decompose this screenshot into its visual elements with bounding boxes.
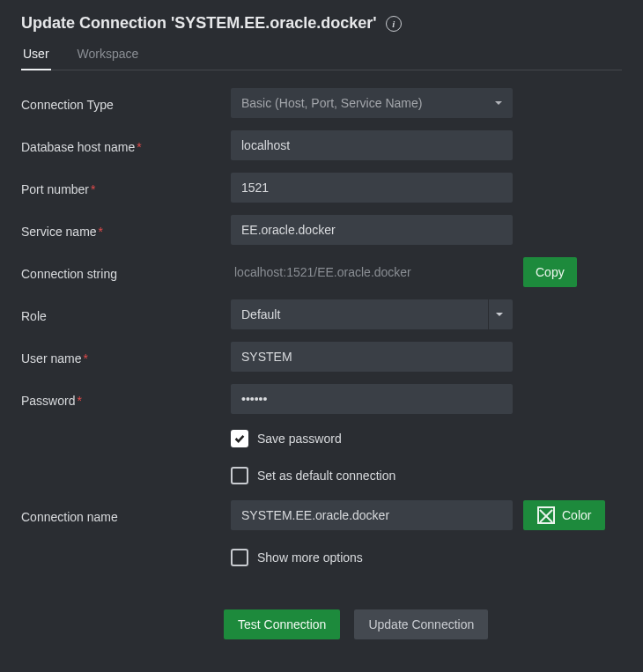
tab-workspace[interactable]: Workspace xyxy=(76,41,141,70)
save-password-checkbox[interactable] xyxy=(231,430,248,447)
copy-button[interactable]: Copy xyxy=(523,257,577,287)
required-mark: * xyxy=(83,351,87,366)
role-value: Default xyxy=(241,307,280,321)
dialog-root: Update Connection 'SYSTEM.EE.oracle.dock… xyxy=(0,0,643,661)
service-input[interactable] xyxy=(231,215,513,245)
chevron-down-icon xyxy=(488,299,509,329)
actions: Test Connection Update Connection xyxy=(21,609,622,639)
tab-user[interactable]: User xyxy=(21,41,51,70)
label-password: Password* xyxy=(21,390,224,408)
update-connection-button[interactable]: Update Connection xyxy=(354,609,488,639)
row-user: User name* xyxy=(21,342,622,372)
row-conn-name: Connection name Color xyxy=(21,500,622,530)
row-password: Password* xyxy=(21,384,622,414)
tabs: User Workspace xyxy=(21,41,622,70)
label-connection-type: Connection Type xyxy=(21,94,224,112)
chevron-down-icon xyxy=(488,88,509,118)
label-host: Database host name* xyxy=(21,137,224,154)
label-conn-string: Connection string xyxy=(21,263,224,281)
connection-type-value: Basic (Host, Port, Service Name) xyxy=(241,96,422,110)
row-service: Service name* xyxy=(21,215,622,245)
label-port: Port number* xyxy=(21,179,224,196)
label-user: User name* xyxy=(21,348,224,366)
row-port: Port number* xyxy=(21,173,622,203)
default-conn-checkbox[interactable] xyxy=(231,467,248,484)
connection-type-select[interactable]: Basic (Host, Port, Service Name) xyxy=(231,88,513,118)
test-connection-button[interactable]: Test Connection xyxy=(224,609,340,639)
dialog-title: Update Connection 'SYSTEM.EE.oracle.dock… xyxy=(21,14,377,33)
row-show-more: Show more options xyxy=(21,543,622,572)
save-password-row: Save password xyxy=(231,426,622,451)
row-connection-type: Connection Type Basic (Host, Port, Servi… xyxy=(21,88,622,118)
show-more-checkbox[interactable] xyxy=(231,549,248,566)
default-conn-label: Set as default connection xyxy=(257,469,395,483)
row-save-pw: Save password Set as default connection xyxy=(21,426,622,488)
role-select[interactable]: Default xyxy=(231,299,513,329)
info-icon[interactable]: i xyxy=(386,16,402,32)
row-role: Role Default xyxy=(21,299,622,329)
row-conn-string: Connection string localhost:1521/EE.orac… xyxy=(21,257,622,287)
form: Connection Type Basic (Host, Port, Servi… xyxy=(21,88,622,639)
save-password-label: Save password xyxy=(257,432,342,446)
conn-string-value: localhost:1521/EE.oracle.docker xyxy=(231,257,513,287)
user-input[interactable] xyxy=(231,342,513,372)
show-more-label: Show more options xyxy=(257,550,363,565)
required-mark: * xyxy=(77,394,81,408)
label-service: Service name* xyxy=(21,221,224,239)
label-conn-name: Connection name xyxy=(21,506,224,524)
row-host: Database host name* xyxy=(21,130,622,160)
color-swatch-icon xyxy=(537,506,555,524)
title-row: Update Connection 'SYSTEM.EE.oracle.dock… xyxy=(21,14,622,33)
show-more-row: Show more options xyxy=(231,545,622,570)
conn-name-input[interactable] xyxy=(231,500,513,530)
host-input[interactable] xyxy=(231,130,513,160)
label-role: Role xyxy=(21,306,224,323)
required-mark: * xyxy=(91,182,95,196)
password-input[interactable] xyxy=(231,384,513,414)
required-mark: * xyxy=(99,225,103,239)
required-mark: * xyxy=(137,140,141,154)
color-button[interactable]: Color xyxy=(523,500,605,530)
port-input[interactable] xyxy=(231,173,513,203)
color-button-label: Color xyxy=(562,508,591,522)
default-conn-row: Set as default connection xyxy=(231,463,622,488)
